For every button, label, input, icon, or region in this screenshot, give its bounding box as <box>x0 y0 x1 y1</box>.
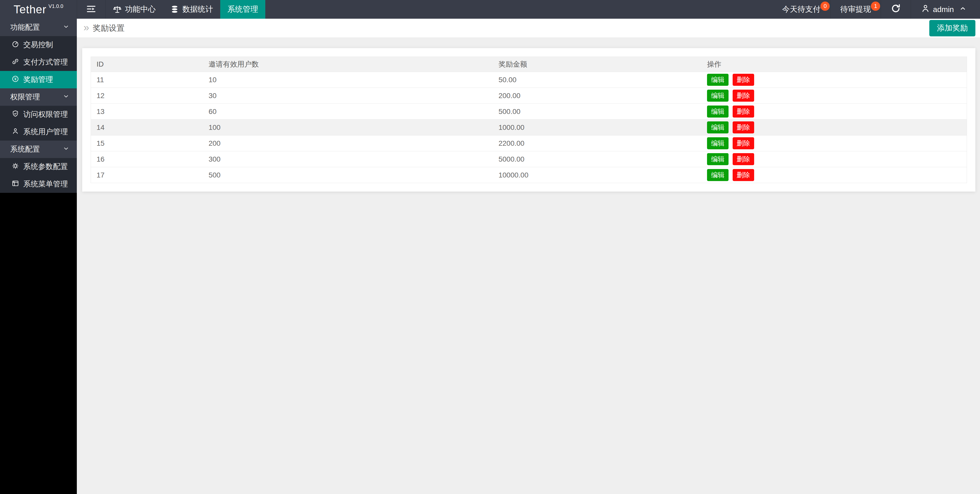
chevron-up-icon <box>959 5 967 14</box>
app-logo: Tether V1.0.0 <box>0 0 77 19</box>
table-row: 1360500.00编辑删除 <box>91 104 967 120</box>
cell-users: 200 <box>203 135 493 151</box>
cell-actions: 编辑删除 <box>702 135 967 151</box>
edit-button[interactable]: 编辑 <box>707 137 729 150</box>
cell-users: 100 <box>203 120 493 135</box>
cell-users: 10 <box>203 72 493 88</box>
nav-label: 数据统计 <box>182 4 213 14</box>
edit-button[interactable]: 编辑 <box>707 153 729 166</box>
delete-button[interactable]: 删除 <box>733 105 754 118</box>
sidebar-item[interactable]: 交易控制 <box>0 36 77 54</box>
sidebar-section-header[interactable]: 功能配置 <box>0 19 77 36</box>
admin-app: Tether V1.0.0 功能中心 <box>0 0 980 494</box>
cell-actions: 编辑删除 <box>702 88 967 104</box>
table-row: 163005000.00编辑删除 <box>91 151 967 167</box>
sidebar-item[interactable]: 系统参数配置 <box>0 158 77 175</box>
nav-item-data-stats[interactable]: 数据统计 <box>163 0 220 19</box>
cell-users: 500 <box>203 167 493 183</box>
sidebar-item[interactable]: ¥奖励管理 <box>0 71 77 88</box>
cell-id: 12 <box>91 88 203 104</box>
edit-button[interactable]: 编辑 <box>707 105 729 118</box>
rewards-table: ID邀请有效用户数奖励金额操作 111050.00编辑删除1230200.00编… <box>91 57 967 183</box>
link-icon <box>11 57 19 67</box>
edit-button[interactable]: 编辑 <box>707 74 729 86</box>
shield-check-icon <box>11 110 19 120</box>
rewards-card: ID邀请有效用户数奖励金额操作 111050.00编辑删除1230200.00编… <box>82 48 975 191</box>
user-icon <box>11 127 19 137</box>
pending-withdraw-label: 待审提现 <box>840 4 871 14</box>
cell-amount: 5000.00 <box>493 151 702 167</box>
sidebar-item-label: 系统菜单管理 <box>23 179 68 189</box>
cell-id: 11 <box>91 72 203 88</box>
edit-button[interactable]: 编辑 <box>707 121 729 134</box>
cell-users: 300 <box>203 151 493 167</box>
cell-id: 14 <box>91 120 203 135</box>
nav-item-function-center[interactable]: 功能中心 <box>105 0 163 19</box>
sidebar-item-label: 交易控制 <box>23 40 53 50</box>
cell-id: 15 <box>91 135 203 151</box>
cell-actions: 编辑删除 <box>702 151 967 167</box>
page-title: 奖励设置 <box>93 23 124 33</box>
chevron-down-icon <box>62 93 70 102</box>
table-row: 111050.00编辑删除 <box>91 72 967 88</box>
pending-withdraw-review[interactable]: 待审提现 1 <box>830 0 881 19</box>
cell-amount: 50.00 <box>493 72 702 88</box>
refresh-button[interactable] <box>881 0 911 19</box>
edit-button[interactable]: 编辑 <box>707 90 729 102</box>
table-row: 152002200.00编辑删除 <box>91 135 967 151</box>
refresh-icon <box>891 3 901 15</box>
delete-button[interactable]: 删除 <box>733 137 754 150</box>
column-header: 操作 <box>702 57 967 72</box>
sidebar-item[interactable]: 支付方式管理 <box>0 54 77 71</box>
gear-icon <box>11 162 19 172</box>
cell-actions: 编辑删除 <box>702 167 967 183</box>
scale-icon <box>113 5 122 14</box>
sidebar-item[interactable]: 访问权限管理 <box>0 106 77 123</box>
sidebar-toggle-button[interactable] <box>77 0 105 19</box>
delete-button[interactable]: 删除 <box>733 153 754 166</box>
cell-actions: 编辑删除 <box>702 104 967 120</box>
sidebar-item-label: 支付方式管理 <box>23 57 68 67</box>
cell-users: 30 <box>203 88 493 104</box>
topbar-right: 今天待支付 0 待审提现 1 <box>772 0 977 19</box>
column-header: 奖励金额 <box>493 57 702 72</box>
nav-label: 系统管理 <box>228 4 258 14</box>
sidebar-section-label: 权限管理 <box>10 92 62 102</box>
pending-pay-label: 今天待支付 <box>782 4 821 14</box>
database-icon <box>170 5 179 14</box>
cell-id: 17 <box>91 167 203 183</box>
sidebar-section-label: 功能配置 <box>10 22 62 32</box>
sidebar-section-header[interactable]: 系统配置 <box>0 140 77 158</box>
sidebar-item[interactable]: 系统菜单管理 <box>0 175 77 193</box>
topbar: Tether V1.0.0 功能中心 <box>0 0 980 19</box>
chevron-down-icon <box>62 145 70 154</box>
sidebar-item-label: 系统参数配置 <box>23 162 68 172</box>
window-icon <box>11 180 19 189</box>
delete-button[interactable]: 删除 <box>733 74 754 86</box>
delete-button[interactable]: 删除 <box>733 90 754 102</box>
brand-name: Tether <box>14 3 46 16</box>
sidebar-section-header[interactable]: 权限管理 <box>0 88 77 106</box>
pending-pay-today[interactable]: 今天待支付 0 <box>772 0 830 19</box>
withdraw-review-badge: 1 <box>871 2 880 11</box>
edit-button[interactable]: 编辑 <box>707 169 729 181</box>
cell-amount: 200.00 <box>493 88 702 104</box>
yen-icon: ¥ <box>11 75 19 84</box>
table-row: 1750010000.00编辑删除 <box>91 167 967 183</box>
add-reward-button[interactable]: 添加奖励 <box>929 20 975 37</box>
cell-amount: 500.00 <box>493 104 702 120</box>
sidebar-item[interactable]: 系统用户管理 <box>0 123 77 140</box>
cell-amount: 1000.00 <box>493 120 702 135</box>
user-icon <box>921 3 930 15</box>
cell-users: 60 <box>203 104 493 120</box>
nav-label: 功能中心 <box>125 4 156 14</box>
sidebar-item-label: 访问权限管理 <box>23 109 68 120</box>
delete-button[interactable]: 删除 <box>733 169 754 181</box>
user-menu[interactable]: admin <box>911 0 977 19</box>
delete-button[interactable]: 删除 <box>733 121 754 134</box>
nav-item-system-manage[interactable]: 系统管理 <box>220 0 265 19</box>
chevron-down-icon <box>62 23 70 32</box>
table-row: 1230200.00编辑删除 <box>91 88 967 104</box>
breadcrumb-icon: » <box>83 22 89 32</box>
sidebar-item-label: 系统用户管理 <box>23 127 68 137</box>
